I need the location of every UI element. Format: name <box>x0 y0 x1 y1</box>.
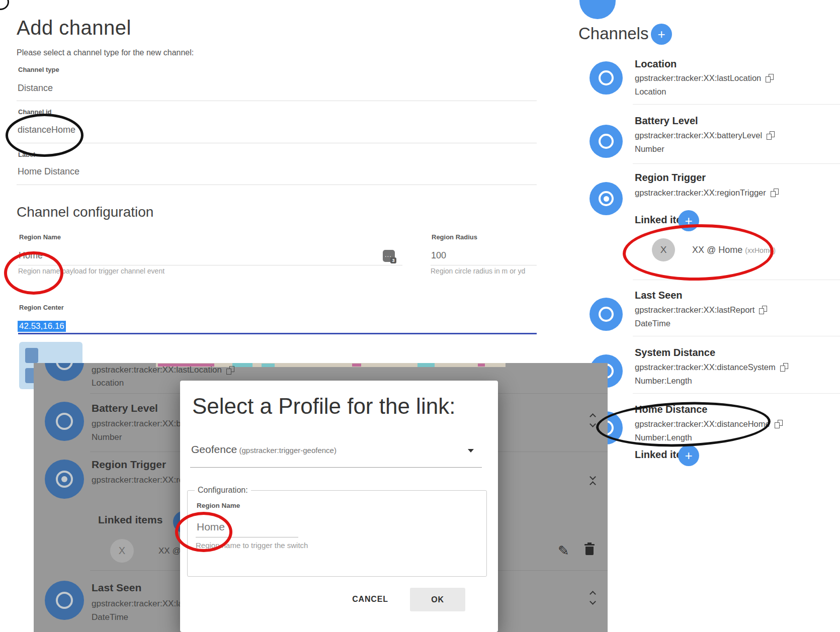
region-radius-hint: Region circle radius in m or yd <box>431 267 525 275</box>
channel-avatar-location[interactable] <box>590 61 623 95</box>
channel-uid: gpstracker:tracker:XX:batteryLevel <box>635 131 762 140</box>
unfold-less-icon <box>591 475 595 487</box>
page-title: Add channel <box>17 17 131 39</box>
channel-avatar-battery[interactable] <box>590 125 623 158</box>
dim-channel-avatar <box>45 460 84 499</box>
channel-name: Battery Level <box>635 115 698 127</box>
region-radius-underline <box>431 265 537 265</box>
dim-channel-name: Last Seen <box>92 582 141 594</box>
dim-channel-avatar <box>45 363 84 381</box>
dim-channel-name: Battery Level <box>92 402 158 414</box>
unfold-more-icon <box>591 592 595 604</box>
channel-type: Number <box>635 144 664 154</box>
profile-select[interactable]: Geofence (gpstracker:trigger-geofence) <box>191 443 337 456</box>
delete-icon[interactable] <box>584 544 595 556</box>
dim-channel-name: Region Trigger <box>92 459 166 471</box>
select-underline <box>190 467 482 468</box>
copy-icon[interactable] <box>759 306 767 314</box>
label-underline <box>17 185 537 185</box>
channel-name: Region Trigger <box>635 172 706 184</box>
copy-icon[interactable] <box>766 74 774 82</box>
circle-icon <box>599 307 614 322</box>
region-center-label: Region Center <box>19 304 64 311</box>
section-title: Channel configuration <box>17 204 153 220</box>
channel-type-underline <box>17 101 537 101</box>
channel-type-label: Channel type <box>18 66 59 73</box>
unfold-more-icon <box>591 414 595 426</box>
channel-uid: gpstracker:tracker:XX:regionTrigger <box>635 188 766 198</box>
channels-title: Channels <box>578 24 648 43</box>
copy-icon[interactable] <box>771 189 779 197</box>
channel-uid: gpstracker:tracker:XX:lastLocation <box>635 73 761 83</box>
channel-avatar-last-seen[interactable] <box>590 298 623 331</box>
dialog-title: Select a Profile for the link: <box>192 394 455 419</box>
dim-linked-item-avatar: X <box>110 539 134 563</box>
circle-icon <box>599 134 614 149</box>
annotation-red-ellipse-dialog-home <box>175 512 232 552</box>
channel-type: Location <box>635 87 666 97</box>
dim-channel-type: Number <box>92 432 122 442</box>
add-linked-item-button[interactable]: + <box>678 445 699 466</box>
channel-name: Location <box>635 58 677 70</box>
dim-channel-uid: gpstracker:tracker:XX:lastLocation <box>92 365 222 375</box>
channel-uid: gpstracker:tracker:XX:lastReport <box>635 305 754 315</box>
ok-button[interactable]: OK <box>410 588 465 611</box>
profile-dialog: Select a Profile for the link: Geofence … <box>180 381 498 632</box>
channel-type-value[interactable]: Distance <box>18 83 53 94</box>
channel-name: System Distance <box>635 347 715 358</box>
divider <box>633 393 840 394</box>
channel-id-underline <box>17 143 537 143</box>
divider <box>633 336 840 336</box>
channel-uid: gpstracker:tracker:XX:distanceSystem <box>635 363 776 372</box>
edit-icon[interactable]: ✎ <box>558 543 569 559</box>
page: Add channel Please select a channel type… <box>0 0 840 632</box>
annotation-black-ellipse-channel-id <box>6 114 83 157</box>
channel-type: Number:Length <box>635 376 692 386</box>
channel-name: Last Seen <box>635 290 682 301</box>
dim-channel-type: Location <box>92 378 124 388</box>
region-radius-input[interactable]: 100 <box>431 250 446 261</box>
dropdown-arrow-icon[interactable] <box>468 449 474 453</box>
channel-type: DateTime <box>635 319 670 328</box>
region-name-underline <box>18 265 402 265</box>
divider <box>633 163 840 164</box>
label-field-input[interactable]: Home Distance <box>18 166 79 177</box>
circle-icon <box>599 70 614 85</box>
copy-icon[interactable] <box>767 131 775 140</box>
form-subtitle: Please select a channel type for the new… <box>17 48 194 57</box>
divider <box>633 104 840 105</box>
copy-icon <box>226 366 234 375</box>
region-radius-label: Region Radius <box>432 233 477 241</box>
cancel-button[interactable]: CANCEL <box>340 595 400 604</box>
region-center-focus-underline <box>18 333 537 334</box>
annotation-red-ellipse-region-name <box>4 251 63 295</box>
divider <box>633 280 840 280</box>
copy-icon[interactable] <box>775 420 783 428</box>
plus-icon: + <box>685 448 692 464</box>
add-channel-button[interactable]: + <box>651 24 672 45</box>
plus-icon: + <box>657 27 665 42</box>
dim-channel-avatar <box>45 581 84 620</box>
copy-icon[interactable] <box>780 363 788 372</box>
dim-channel-type: DateTime <box>92 612 128 622</box>
dim-channel-avatar <box>45 402 84 441</box>
region-center-input[interactable]: 42.53,16.16 <box>18 321 66 332</box>
region-name-label: Region Name <box>19 233 61 241</box>
fieldset-legend: Configuration: <box>195 486 251 495</box>
radio-circle-icon <box>599 191 614 206</box>
half-circle-decoration <box>579 0 616 25</box>
annotation-corner-arc <box>0 0 9 10</box>
channel-avatar-region-trigger[interactable] <box>590 182 623 215</box>
dialog-region-name-label: Region Name <box>197 502 240 509</box>
dim-linked-items-heading: Linked items <box>98 514 162 526</box>
form-filler-icon[interactable]: ... 3 <box>383 250 395 262</box>
